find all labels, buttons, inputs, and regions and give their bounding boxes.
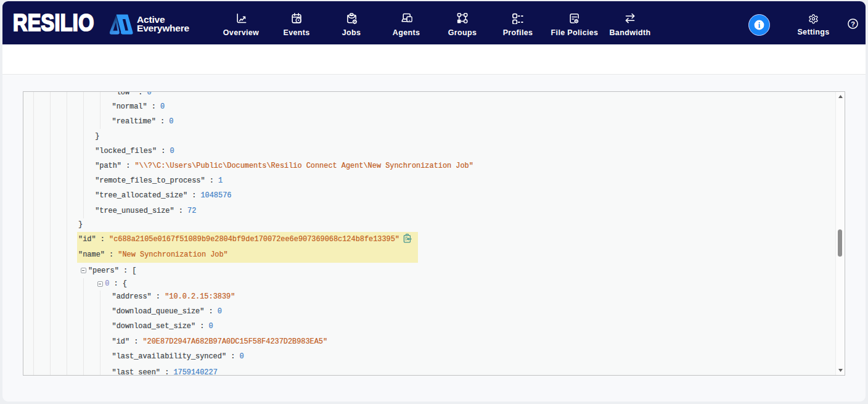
svg-text:?: ? (851, 20, 855, 28)
svg-text:i: i (758, 20, 761, 29)
